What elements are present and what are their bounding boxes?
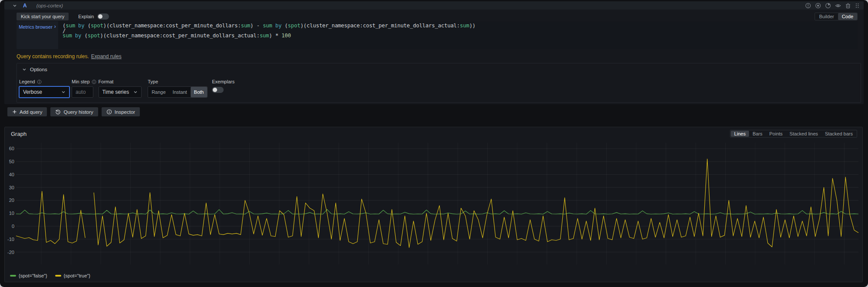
mode-bars[interactable]: Bars bbox=[749, 131, 766, 137]
options-title: Options bbox=[30, 67, 47, 72]
options-section: Options Legend Verbose bbox=[17, 63, 861, 103]
query-toolbar: Kick start your query Explain Builder Co… bbox=[17, 13, 858, 20]
format-field: Format Time series bbox=[99, 79, 142, 98]
min-step-field-label: Min step bbox=[72, 79, 90, 84]
legend-label: {spot="true"} bbox=[64, 273, 90, 278]
query-editor: Metrics browser › (sum by (spot)(cluster… bbox=[17, 21, 858, 49]
inspector-label: Inspector bbox=[115, 109, 135, 115]
legend-field-label: Legend bbox=[19, 79, 35, 84]
legend-swatch bbox=[55, 275, 61, 277]
query-ref-id: A bbox=[23, 3, 27, 9]
metrics-browser-button[interactable]: Metrics browser › bbox=[17, 21, 58, 49]
svg-text:10: 10 bbox=[9, 211, 14, 216]
query-card: A (ops-cortex) bbox=[4, 1, 864, 104]
trash-icon[interactable] bbox=[845, 3, 851, 9]
grafana-query-editor: A (ops-cortex) bbox=[0, 0, 868, 287]
info-icon bbox=[37, 79, 42, 84]
svg-text:50: 50 bbox=[9, 159, 14, 164]
explain-control: Explain bbox=[78, 13, 109, 20]
graph-svg[interactable]: 6050403020100-10-20 bbox=[7, 139, 861, 270]
explain-toggle[interactable] bbox=[97, 13, 109, 20]
legend-item[interactable]: {spot="false"} bbox=[10, 273, 47, 278]
query-history-label: Query history bbox=[63, 109, 93, 115]
eye-icon[interactable] bbox=[835, 3, 841, 9]
exemplars-field-label: Exemplars bbox=[212, 79, 234, 84]
alert-circle-icon[interactable] bbox=[805, 3, 811, 9]
editor-mode-toggle: Builder Code bbox=[815, 13, 858, 20]
legend-field: Legend Verbose bbox=[19, 79, 69, 98]
kick-start-query-button[interactable]: Kick start your query bbox=[17, 13, 69, 20]
query-actions-row: Add query Query history Inspector bbox=[7, 107, 140, 116]
panel-title: Graph bbox=[11, 131, 26, 137]
record-circle-icon[interactable] bbox=[815, 3, 821, 9]
graph-mode-group: Lines Bars Points Stacked lines Stacked … bbox=[730, 130, 857, 138]
query-history-button[interactable]: Query history bbox=[50, 107, 98, 116]
toggle-knob bbox=[213, 88, 217, 92]
format-field-label: Format bbox=[99, 79, 114, 84]
type-option-range[interactable]: Range bbox=[148, 87, 169, 97]
type-field-label: Type bbox=[148, 79, 158, 84]
info-circle-icon bbox=[106, 109, 112, 115]
chevron-down-icon bbox=[22, 67, 26, 72]
toggle-knob bbox=[98, 14, 102, 19]
drag-handle-icon[interactable] bbox=[855, 3, 859, 9]
svg-text:-20: -20 bbox=[7, 250, 14, 255]
editor-mode-builder[interactable]: Builder bbox=[815, 13, 838, 20]
explain-label: Explain bbox=[78, 14, 94, 19]
mode-lines[interactable]: Lines bbox=[731, 131, 749, 137]
expand-rules-link[interactable]: Expand rules bbox=[91, 53, 122, 59]
type-field: Type Range Instant Both bbox=[148, 79, 208, 98]
legend-select-value: Verbose bbox=[23, 89, 42, 95]
chevron-down-icon bbox=[61, 90, 66, 94]
legend-item[interactable]: {spot="true"} bbox=[55, 273, 90, 278]
svg-text:20: 20 bbox=[9, 198, 14, 203]
graph-legend: {spot="false"} {spot="true"} bbox=[10, 273, 90, 278]
recording-rules-warning: Query contains recording rules.Expand ru… bbox=[17, 53, 122, 59]
format-select-value: Time series bbox=[102, 89, 129, 95]
svg-text:-10: -10 bbox=[7, 237, 14, 242]
mode-stacked-bars[interactable]: Stacked bars bbox=[822, 131, 856, 137]
svg-text:30: 30 bbox=[9, 185, 14, 190]
type-radio-group: Range Instant Both bbox=[148, 86, 208, 98]
legend-swatch bbox=[10, 275, 16, 277]
mode-stacked-lines[interactable]: Stacked lines bbox=[786, 131, 821, 137]
exemplars-toggle[interactable] bbox=[212, 87, 224, 93]
history-icon bbox=[55, 109, 61, 115]
metrics-browser-label: Metrics browser bbox=[19, 24, 53, 30]
options-header[interactable]: Options bbox=[17, 63, 861, 76]
query-code[interactable]: (sum by (spot)(cluster_namespace:cost_pe… bbox=[58, 21, 858, 49]
exemplars-field: Exemplars bbox=[212, 79, 234, 93]
collapse-chevron-icon[interactable] bbox=[13, 3, 17, 8]
inspector-button[interactable]: Inspector bbox=[102, 107, 140, 116]
svg-text:60: 60 bbox=[9, 146, 14, 151]
legend-label: {spot="false"} bbox=[19, 273, 47, 278]
svg-text:40: 40 bbox=[9, 172, 14, 177]
query-row-actions bbox=[805, 3, 859, 9]
warning-text: Query contains recording rules. bbox=[17, 53, 89, 59]
graph-panel: Graph Lines Bars Points Stacked lines St… bbox=[4, 127, 863, 282]
query-row-header[interactable]: A (ops-cortex) bbox=[4, 1, 864, 10]
legend-select[interactable]: Verbose bbox=[19, 86, 69, 98]
pie-chart-icon[interactable] bbox=[825, 3, 831, 9]
chevron-right-icon: › bbox=[54, 24, 56, 29]
mode-points[interactable]: Points bbox=[766, 131, 786, 137]
svg-text:0: 0 bbox=[12, 224, 14, 229]
editor-mode-code[interactable]: Code bbox=[838, 13, 857, 20]
min-step-input[interactable] bbox=[72, 86, 93, 98]
add-query-label: Add query bbox=[20, 109, 42, 115]
info-icon bbox=[92, 79, 96, 84]
chevron-down-icon bbox=[133, 90, 138, 94]
add-query-button[interactable]: Add query bbox=[7, 107, 47, 116]
min-step-field: Min step bbox=[72, 79, 96, 98]
options-fields: Legend Verbose Min step bbox=[19, 79, 237, 98]
type-option-both[interactable]: Both bbox=[191, 87, 208, 97]
type-option-instant[interactable]: Instant bbox=[169, 87, 191, 97]
datasource-hint: (ops-cortex) bbox=[36, 3, 63, 8]
plus-icon bbox=[12, 109, 17, 114]
format-select[interactable]: Time series bbox=[99, 86, 142, 98]
